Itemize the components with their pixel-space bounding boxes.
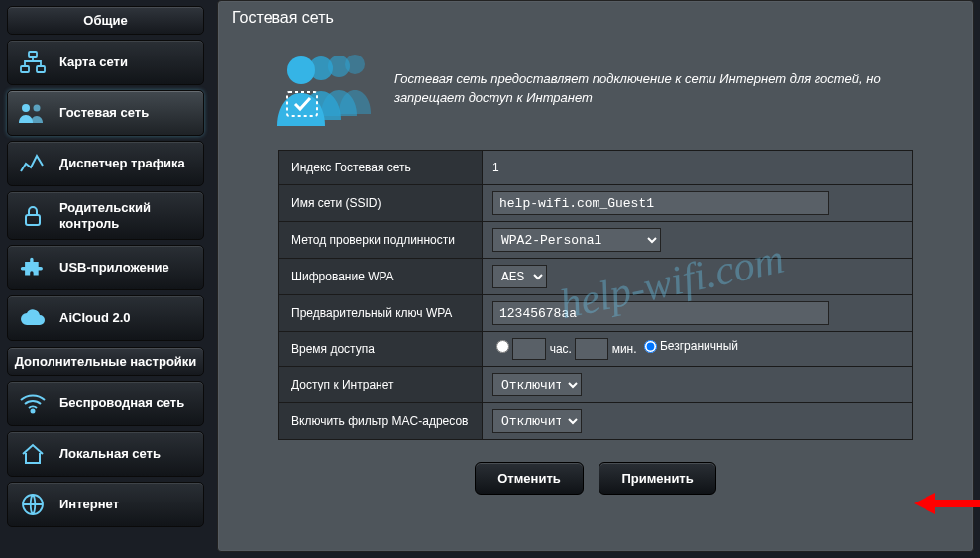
sidebar-item-traffic-manager[interactable]: Диспетчер трафика [7, 141, 204, 186]
wpa-key-input[interactable] [492, 301, 829, 325]
intranet-access-select[interactable]: Отключить [492, 373, 582, 396]
row-label: Время доступа [279, 332, 483, 367]
sidebar-item-label: Диспетчер трафика [59, 156, 185, 171]
sidebar-item-label: Интернет [59, 497, 119, 512]
globe-icon [18, 491, 48, 518]
sidebar-item-wireless[interactable]: Беспроводная сеть [7, 381, 204, 426]
minutes-input[interactable] [575, 338, 608, 360]
svg-rect-1 [21, 66, 29, 72]
svg-rect-0 [29, 52, 37, 57]
sidebar-item-network-map[interactable]: Карта сети [7, 40, 204, 85]
settings-table: Индекс Гостевая сеть 1 Имя сети (SSID) М… [278, 150, 913, 440]
apply-button[interactable]: Применить [599, 462, 715, 495]
lock-icon [18, 202, 48, 230]
sidebar-item-label: Локальная сеть [59, 446, 161, 462]
ssid-input[interactable] [492, 191, 829, 215]
svg-rect-5 [26, 215, 40, 225]
sidebar: Общие Карта сети Гостевая сеть Диспетчер… [0, 0, 211, 558]
access-time-limited-radio[interactable] [496, 340, 509, 353]
sidebar-header-advanced: Дополнительные настройки [7, 347, 204, 376]
hours-label: час. [550, 342, 572, 356]
encryption-select[interactable]: AES [492, 265, 547, 288]
wifi-icon [18, 390, 48, 417]
main-panel: Гостевая сеть Гостевая сеть предоставляе… [217, 0, 974, 552]
row-label: Предварительный ключ WPA [279, 295, 483, 332]
svg-point-3 [22, 104, 30, 112]
row-label: Индекс Гостевая сеть [279, 151, 483, 185]
sidebar-item-label: AiCloud 2.0 [59, 310, 131, 326]
guest-hero-icon [268, 45, 377, 132]
mac-filter-select[interactable]: Отключить [492, 409, 582, 433]
puzzle-icon [18, 254, 48, 281]
svg-point-6 [32, 410, 35, 413]
home-icon [18, 440, 48, 468]
sidebar-item-lan[interactable]: Локальная сеть [7, 431, 204, 477]
row-label: Имя сети (SSID) [279, 185, 483, 222]
sidebar-item-label: USB-приложение [59, 260, 169, 276]
auth-method-select[interactable]: WPA2-Personal [492, 228, 661, 252]
sidebar-item-aicloud[interactable]: AiCloud 2.0 [7, 295, 204, 341]
unlimited-label: Безграничный [660, 339, 738, 353]
sidebar-item-parental-control[interactable]: Родительский контроль [7, 191, 204, 240]
sidebar-item-internet[interactable]: Интернет [7, 482, 204, 527]
intro-block: Гостевая сеть предоставляет подключение … [218, 39, 973, 142]
intro-text: Гостевая сеть предоставляет подключение … [394, 69, 924, 108]
access-time-unlimited-radio[interactable] [644, 340, 657, 353]
sidebar-item-label: Карта сети [59, 55, 128, 70]
page-title: Гостевая сеть [218, 1, 973, 39]
sidebar-item-usb-app[interactable]: USB-приложение [7, 245, 204, 290]
button-row: Отменить Применить [218, 462, 973, 495]
sidebar-item-label: Гостевая сеть [59, 105, 149, 121]
row-label: Включить фильтр MAC-адресов [279, 403, 483, 440]
guest-index-value: 1 [483, 151, 913, 185]
hours-input[interactable] [512, 338, 546, 360]
sidebar-item-guest-network[interactable]: Гостевая сеть [7, 90, 204, 136]
row-label: Доступ к Интранет [279, 367, 483, 403]
sidebar-item-label: Беспроводная сеть [59, 395, 184, 411]
row-label: Метод проверки подлинности [279, 222, 483, 259]
svg-point-11 [287, 56, 315, 84]
cloud-icon [18, 304, 48, 332]
sidebar-header-general: Общие [7, 6, 204, 35]
svg-point-4 [34, 105, 41, 112]
traffic-icon [18, 150, 48, 177]
row-label: Шифрование WPA [279, 259, 483, 295]
network-map-icon [18, 49, 48, 76]
guest-network-icon [18, 99, 48, 127]
cancel-button[interactable]: Отменить [475, 462, 584, 495]
sidebar-item-label: Родительский контроль [59, 200, 193, 231]
minutes-label: мин. [612, 342, 637, 356]
svg-rect-2 [37, 66, 45, 72]
